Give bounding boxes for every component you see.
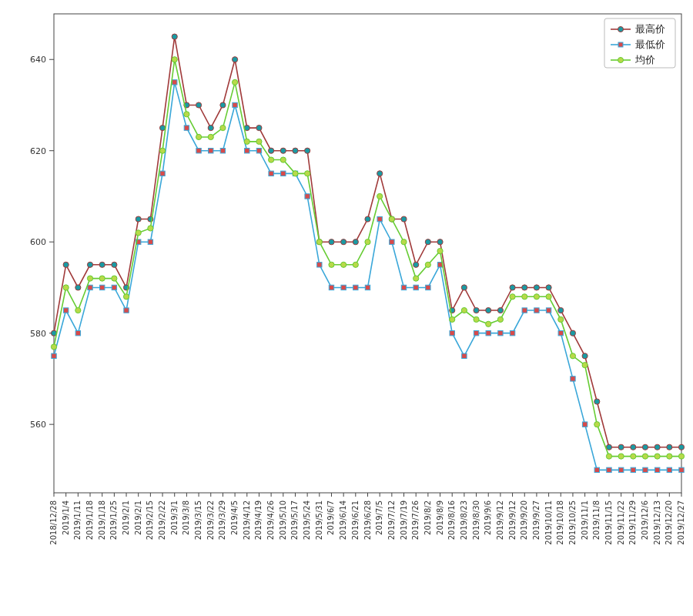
series-marker — [558, 307, 564, 313]
series-marker — [401, 285, 406, 290]
series-marker — [594, 399, 600, 404]
x-tick-label: 2019/4/5 — [230, 500, 239, 535]
series-marker — [99, 262, 105, 267]
x-tick-label: 2019/9/6 — [484, 500, 492, 535]
series-marker — [136, 230, 141, 236]
series-marker — [486, 321, 491, 326]
series-marker — [112, 276, 117, 281]
x-tick-label: 2019/7/12 — [387, 500, 396, 540]
x-tick-label: 2019/9/20 — [520, 500, 528, 540]
series-marker — [606, 454, 611, 459]
series-marker — [486, 307, 491, 313]
series-marker — [317, 263, 322, 267]
x-tick-label: 2019/3/1 — [170, 500, 179, 535]
series-marker — [643, 467, 648, 472]
series-marker — [474, 330, 478, 335]
series-marker — [88, 285, 92, 290]
series-marker — [305, 148, 310, 153]
series-marker — [329, 239, 334, 245]
series-marker — [450, 330, 454, 335]
series-marker — [269, 148, 274, 153]
series-marker — [571, 377, 575, 381]
series-marker — [497, 316, 503, 322]
x-tick-label: 2019/4/12 — [243, 500, 251, 540]
series-marker — [474, 316, 479, 322]
x-tick-label: 2019/1/4 — [62, 500, 70, 535]
series-marker — [510, 285, 515, 290]
series-marker — [654, 444, 660, 450]
series-marker — [365, 239, 370, 245]
series-marker — [582, 353, 588, 359]
x-tick-label: 2019/7/19 — [400, 500, 408, 540]
series-marker — [377, 171, 383, 176]
legend-marker — [618, 42, 623, 47]
series-marker — [534, 308, 539, 313]
series-line — [54, 59, 681, 456]
series-marker — [522, 294, 527, 300]
x-tick-label: 2019/5/24 — [303, 500, 311, 540]
series-marker — [413, 262, 419, 267]
series-marker — [112, 285, 116, 290]
series-marker — [159, 125, 165, 130]
series-marker — [667, 454, 672, 459]
series-marker — [293, 148, 298, 153]
series-marker — [679, 467, 684, 472]
series-marker — [437, 248, 443, 253]
legend-marker — [618, 58, 624, 63]
x-tick-label: 2019/3/8 — [182, 500, 190, 535]
series-marker — [546, 285, 551, 290]
x-tick-label: 2019/2/15 — [146, 500, 154, 540]
series-marker — [510, 294, 515, 300]
y-tick-label: 600 — [30, 237, 46, 247]
series-marker — [280, 157, 286, 162]
series-marker — [631, 444, 636, 450]
series-marker — [63, 308, 68, 313]
series-marker — [606, 444, 611, 450]
series-marker — [99, 276, 105, 281]
legend-label: 最低价 — [635, 38, 665, 50]
series-marker — [570, 353, 575, 359]
x-tick-label: 2019/8/23 — [460, 500, 468, 540]
series-marker — [642, 444, 648, 450]
series-marker — [99, 285, 104, 290]
series-marker — [353, 239, 358, 245]
x-tick-label: 2019/1/18 — [85, 500, 94, 540]
series-marker — [642, 454, 648, 459]
series-marker — [486, 330, 490, 335]
series-marker — [159, 148, 165, 153]
series-marker — [244, 139, 249, 144]
x-tick-label: 2019/10/11 — [544, 500, 553, 545]
series-marker — [233, 102, 237, 107]
x-tick-label: 2019/6/21 — [351, 500, 360, 540]
series-marker — [341, 285, 346, 290]
series-marker — [123, 294, 129, 300]
series-marker — [461, 285, 467, 290]
series-marker — [401, 239, 407, 245]
series-marker — [546, 294, 551, 300]
series-marker — [329, 262, 334, 267]
series-marker — [293, 171, 298, 176]
series-marker — [208, 134, 213, 139]
series-marker — [75, 285, 81, 290]
x-tick-label: 2018/12/28 — [49, 500, 58, 545]
series-marker — [160, 171, 165, 176]
x-tick-label: 2019/12/13 — [653, 500, 661, 545]
series-marker — [353, 285, 358, 290]
series-marker — [281, 171, 286, 176]
series-marker — [534, 294, 539, 300]
series-marker — [172, 80, 177, 85]
x-tick-label: 2019/7/5 — [375, 500, 383, 535]
x-tick-label: 2019/6/28 — [363, 500, 372, 540]
x-tick-label: 2019/6/14 — [339, 500, 347, 540]
x-tick-label: 2019/2/22 — [158, 500, 166, 540]
series-marker — [232, 79, 237, 85]
x-tick-label: 2019/5/31 — [315, 500, 323, 540]
x-tick-label: 2019/7/26 — [411, 500, 420, 540]
series-marker — [280, 148, 286, 153]
price-line-chart: 5605806006206402018/12/282019/1/42019/1/… — [0, 0, 693, 616]
series-marker — [196, 149, 201, 153]
series-marker — [594, 467, 599, 472]
series-marker — [232, 57, 237, 62]
series-marker — [51, 344, 56, 350]
series-marker — [618, 454, 624, 459]
